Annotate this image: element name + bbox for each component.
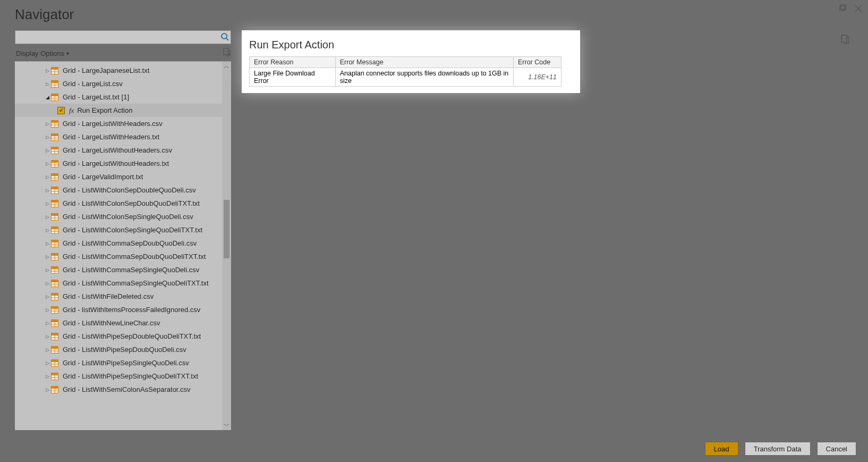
expander-icon[interactable] (45, 387, 50, 392)
expander-icon[interactable] (45, 161, 50, 166)
error-table: Error Reason Error Message Error Code La… (249, 56, 561, 87)
svg-rect-6 (224, 48, 228, 55)
tree-label: Grid - ListWithFileDeleted.csv (63, 292, 154, 300)
scroll-thumb[interactable] (224, 200, 229, 258)
tree-item[interactable]: Grid - ListWithCommaSepSingleQuoDeliTXT.… (15, 276, 224, 290)
tree-label: Grid - ListWithColonSepDoubleQuoDeli.csv (63, 186, 196, 194)
tree-item[interactable]: Grid - LargeList.csv (15, 77, 224, 90)
expander-icon[interactable] (45, 174, 50, 180)
tree-label: Run Export Action (77, 106, 132, 114)
page-title: Navigator (15, 6, 856, 23)
tree-item[interactable]: Grid - ListWithPipeSepSingleQuoDeliTXT.t… (15, 369, 224, 383)
table-icon (51, 320, 58, 327)
tree-label: Grid - LargeList.csv (63, 80, 123, 88)
expander-icon[interactable] (45, 360, 50, 366)
navigator-tree[interactable]: Grid - LargeJapaneseList.txtGrid - Large… (15, 62, 231, 398)
tree-item[interactable]: Grid - ListWithColonSepSingleQuoDeliTXT.… (15, 223, 224, 237)
expander-icon[interactable] (45, 334, 50, 339)
tree-item[interactable]: Grid - ListWithCommaSepDoubQuoDeliTXT.tx… (15, 250, 224, 263)
table-icon (51, 293, 58, 300)
expander-icon[interactable] (45, 267, 50, 273)
cancel-button[interactable]: Cancel (817, 442, 856, 456)
table-icon (51, 147, 58, 154)
tree-label: Grid - ListWithPipeSepDoubleQuoDeliTXT.t… (63, 332, 201, 340)
tree-item[interactable]: Grid - ListWithCommaSepSingleQuoDeli.csv (15, 263, 224, 276)
refresh-icon[interactable] (223, 48, 231, 58)
footer-bar: Load Transform Data Cancel (0, 435, 868, 462)
tree-label: Grid - ListWithPipeSepSingleQuoDeli.csv (63, 359, 189, 367)
expander-icon[interactable] (45, 214, 50, 220)
transform-data-button[interactable]: Transform Data (745, 442, 811, 456)
tree-item[interactable]: Grid - ListWithPipeSepDoubleQuoDeliTXT.t… (15, 330, 224, 343)
tree-item[interactable]: Grid - LargeList.txt [1] (15, 90, 224, 104)
preview-refresh-icon[interactable] (840, 35, 850, 46)
tree-label: Grid - ListWithCommaSepDoubQuoDeliTXT.tx… (63, 253, 206, 261)
tree-item[interactable]: Grid - listWithItemsProcessFailedIgnored… (15, 303, 224, 316)
search-icon[interactable] (220, 32, 229, 43)
expander-icon[interactable] (45, 81, 50, 87)
tree-label: Grid - ListWithColonSepDoubQuoDeliTXT.tx… (63, 199, 200, 207)
tree-label: Grid - ListWithColonSepSingleQuoDeli.csv (63, 213, 193, 221)
expander-icon[interactable] (45, 135, 50, 140)
tree-item[interactable]: Grid - ListWithSemiColonAsSeparator.csv (15, 383, 224, 396)
expander-icon[interactable] (45, 321, 50, 326)
svg-point-4 (222, 33, 227, 39)
expander-icon[interactable] (45, 294, 50, 299)
tree-item[interactable]: Grid - ListWithColonSepDoubleQuoDeli.csv (15, 183, 224, 197)
tree-item[interactable]: Grid - ListWithFileDeleted.csv (15, 290, 224, 303)
expander-icon[interactable] (45, 347, 50, 352)
search-input[interactable] (15, 30, 231, 44)
expander-icon[interactable] (45, 201, 50, 206)
tree-item[interactable]: Grid - ListWithColonSepSingleQuoDeli.csv (15, 210, 224, 223)
table-icon (51, 306, 58, 314)
tree-item[interactable]: Grid - LargeValidImport.txt (15, 170, 224, 183)
cell-error-reason: Large File Download Error (250, 68, 336, 87)
table-row[interactable]: Large File Download ErrorAnaplan connect… (250, 68, 561, 87)
table-icon (51, 373, 58, 380)
expander-icon[interactable] (45, 281, 50, 286)
tree-item[interactable]: Grid - ListWithCommaSepDoubQuoDeli.csv (15, 237, 224, 250)
expander-icon[interactable] (45, 95, 50, 100)
expander-icon[interactable] (45, 68, 50, 73)
tree-label: Grid - ListWithNewLineChar.csv (63, 319, 160, 327)
tree-item[interactable]: Grid - LargeListWithHeaders.txt (15, 130, 224, 144)
load-button[interactable]: Load (705, 442, 738, 456)
table-icon (51, 280, 58, 287)
tree-item[interactable]: Grid - LargeListWithHeaders.csv (15, 117, 224, 130)
tree-item[interactable]: Grid - LargeListWithoutHeaders.txt (15, 157, 224, 170)
expander-icon[interactable] (45, 188, 50, 193)
expander-icon[interactable] (45, 374, 50, 379)
table-icon (51, 133, 58, 141)
scroll-up-icon[interactable]: ︿ (224, 62, 229, 71)
svg-line-5 (226, 38, 228, 40)
tree-label: Grid - ListWithPipeSepDoubQuoDeli.csv (63, 346, 186, 354)
expander-icon[interactable] (45, 307, 50, 313)
expander-icon[interactable] (45, 121, 50, 127)
expander-icon[interactable] (45, 241, 50, 246)
table-icon (51, 200, 58, 207)
tree-label: Grid - listWithItemsProcessFailedIgnored… (63, 306, 200, 314)
tree-label: Grid - ListWithCommaSepSingleQuoDeli.csv (63, 266, 199, 274)
tree-item[interactable]: Grid - LargeListWithoutHeaders.csv (15, 144, 224, 157)
col-error-reason[interactable]: Error Reason (250, 57, 336, 68)
tree-item[interactable]: Grid - ListWithNewLineChar.csv (15, 316, 224, 330)
checkbox-icon[interactable]: ✓ (57, 107, 65, 114)
scrollbar[interactable]: ︿ ﹀ (222, 62, 231, 430)
display-options-dropdown[interactable]: Display Options ▾ (16, 49, 69, 57)
tree-item[interactable]: Grid - ListWithPipeSepSingleQuoDeli.csv (15, 356, 224, 369)
svg-rect-104 (841, 35, 847, 43)
tree-item[interactable]: Grid - ListWithPipeSepDoubQuoDeli.csv (15, 343, 224, 356)
chevron-down-icon: ▾ (66, 51, 69, 56)
table-icon (51, 359, 58, 367)
col-error-message[interactable]: Error Message (335, 57, 513, 68)
expander-icon[interactable] (45, 228, 50, 233)
expander-icon[interactable] (45, 254, 50, 259)
tree-item[interactable]: Grid - ListWithColonSepDoubQuoDeliTXT.tx… (15, 197, 224, 210)
table-icon (51, 173, 58, 181)
tree-item[interactable]: Grid - LargeJapaneseList.txt (15, 64, 224, 77)
tree-child-run-export[interactable]: ✓fxRun Export Action (15, 104, 224, 117)
col-error-code[interactable]: Error Code (514, 57, 561, 68)
expander-icon[interactable] (45, 148, 50, 153)
scroll-down-icon[interactable]: ﹀ (224, 421, 229, 430)
table-icon (51, 94, 58, 101)
